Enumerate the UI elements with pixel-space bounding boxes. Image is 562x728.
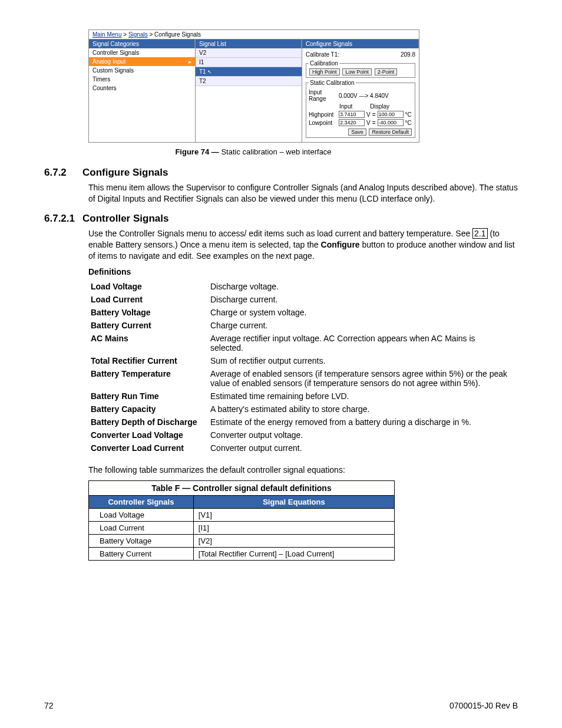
calibrate-label: Calibrate T1:	[306, 51, 339, 58]
table-f: Table F — Controller signal default defi…	[88, 480, 395, 561]
def-desc: Average rectifier input voltage. AC Corr…	[208, 332, 513, 354]
cat-controller-signals[interactable]: Controller Signals	[89, 48, 195, 57]
def-term: Battery Capacity	[88, 403, 208, 416]
def-desc: Average of enabled sensors (if temperatu…	[208, 367, 513, 390]
def-term: Battery Current	[88, 319, 208, 332]
definitions-heading: Definitions	[88, 267, 518, 276]
sig-i1[interactable]: I1	[196, 58, 302, 67]
highpoint-label: Highpoint	[309, 111, 337, 118]
figure-label: Figure 74 —	[175, 147, 221, 156]
bc-main-menu[interactable]: Main Menu	[92, 31, 121, 38]
tf-cell: [V1]	[193, 509, 394, 522]
save-button[interactable]: Save	[348, 129, 366, 136]
def-desc: Estimate of the energy removed from a ba…	[208, 416, 513, 429]
body-6-7-2: This menu item allows the Supervisor to …	[88, 182, 518, 205]
cat-analog-input-label: Analog Input	[92, 58, 125, 65]
static-legend: Static Calibration	[309, 80, 356, 86]
configure-bold: Configure	[321, 240, 360, 249]
def-term: Total Rectifier Current	[88, 354, 208, 367]
high-point-button[interactable]: High Point	[309, 68, 340, 75]
lowpoint-display[interactable]	[378, 119, 404, 126]
def-term: Battery Depth of Discharge	[88, 416, 208, 429]
eq-sign-2: =	[372, 120, 376, 126]
unit-degc: °C	[405, 111, 412, 118]
eq-sign: =	[372, 111, 376, 118]
heading-num-2: 6.7.2.1	[44, 213, 82, 225]
def-term: Load Voltage	[88, 280, 208, 293]
table-f-caption: Table F — Controller signal default defi…	[88, 480, 395, 495]
def-desc: Discharge current.	[208, 293, 513, 306]
tf-cell: [V2]	[193, 535, 394, 548]
bc-signals[interactable]: Signals	[128, 31, 148, 38]
ref-2-1[interactable]: 2.1	[472, 228, 487, 239]
body-part-1: Use the Controller Signals menu to acces…	[88, 229, 472, 238]
table-f-h1: Controller Signals	[89, 496, 194, 509]
tf-cell: Battery Voltage	[89, 535, 194, 548]
input-range-value: 0.000V ---> 4.840V	[339, 93, 389, 99]
heading-6-7-2-1: 6.7.2.1 Controller Signals	[44, 213, 518, 225]
definitions-table: Load VoltageDischarge voltage. Load Curr…	[88, 280, 513, 454]
def-desc: Converter output voltage.	[208, 429, 513, 442]
sig-t1[interactable]: T1 ↖	[196, 67, 302, 77]
low-point-button[interactable]: Low Point	[342, 68, 372, 75]
calibration-fieldset: Calibration High Point Low Point 2-Point	[306, 60, 415, 78]
def-term: Load Current	[88, 293, 208, 306]
body-6-7-2-1: Use the Controller Signals menu to acces…	[88, 228, 518, 262]
heading-title: Configure Signals	[82, 167, 518, 179]
cat-counters[interactable]: Counters	[89, 84, 195, 93]
tf-cell: Battery Current	[89, 548, 194, 561]
bc-current: Configure Signals	[154, 31, 201, 38]
display-header: Display	[370, 103, 389, 110]
unit-v-2: V	[366, 120, 371, 126]
sig-t2[interactable]: T2	[196, 77, 302, 86]
col-head-configure: Configure Signals	[302, 39, 419, 48]
restore-default-button[interactable]: Restore Default	[369, 129, 412, 136]
unit-v: V	[366, 111, 371, 118]
heading-6-7-2: 6.7.2 Configure Signals	[44, 167, 518, 179]
lowpoint-label: Lowpoint	[309, 120, 337, 126]
def-desc: A battery's estimated ability to store c…	[208, 403, 513, 416]
sig-v2[interactable]: V2	[196, 48, 302, 58]
heading-num: 6.7.2	[44, 167, 82, 179]
def-desc: Charge current.	[208, 319, 513, 332]
chevron-right-icon: ▸	[189, 58, 191, 65]
cat-custom-signals[interactable]: Custom Signals	[89, 66, 195, 75]
tf-cell: [Total Rectifier Current] – [Load Curren…	[193, 548, 394, 561]
tf-cell: Load Current	[89, 522, 194, 535]
def-desc: Sum of rectifier output currents.	[208, 354, 513, 367]
tf-cell: [I1]	[193, 522, 394, 535]
col-head-signal-list: Signal List	[196, 39, 302, 48]
page-number: 72	[44, 701, 54, 710]
def-desc: Discharge voltage.	[208, 280, 513, 293]
highpoint-input[interactable]	[339, 111, 365, 118]
table-f-h2: Signal Equations	[193, 496, 394, 509]
def-desc: Charge or system voltage.	[208, 306, 513, 319]
def-term: Battery Voltage	[88, 306, 208, 319]
breadcrumb: Main Menu > Signals > Configure Signals	[89, 30, 419, 39]
def-term: AC Mains	[88, 332, 208, 354]
figure-text: Static calibration – web interface	[221, 147, 331, 156]
cat-analog-input[interactable]: Analog Input ▸	[89, 57, 195, 66]
table-intro: The following table summarizes the defau…	[88, 465, 518, 475]
cat-timers[interactable]: Timers	[89, 75, 195, 84]
static-calibration-fieldset: Static Calibration Input Range 0.000V --…	[306, 80, 415, 138]
heading-title-2: Controller Signals	[82, 213, 518, 225]
calibrate-value: 209.8	[401, 51, 415, 58]
def-desc: Estimated time remaining before LVD.	[208, 390, 513, 403]
highpoint-display[interactable]	[378, 111, 404, 118]
cursor-icon: ↖	[207, 69, 212, 75]
web-interface-screenshot: Main Menu > Signals > Configure Signals …	[88, 29, 419, 143]
def-term: Battery Run Time	[88, 390, 208, 403]
tf-cell: Load Voltage	[89, 509, 194, 522]
figure-caption: Figure 74 — Static calibration – web int…	[88, 147, 418, 156]
calibration-legend: Calibration	[309, 60, 339, 67]
def-term: Converter Load Voltage	[88, 429, 208, 442]
lowpoint-input[interactable]	[339, 119, 365, 126]
two-point-button[interactable]: 2-Point	[375, 68, 398, 75]
doc-id: 0700015-J0 Rev B	[449, 701, 518, 710]
def-term: Battery Temperature	[88, 367, 208, 390]
unit-degc-2: °C	[405, 120, 412, 126]
input-range-label: Input Range	[309, 89, 337, 102]
input-header: Input	[339, 103, 352, 110]
def-term: Converter Load Current	[88, 442, 208, 454]
